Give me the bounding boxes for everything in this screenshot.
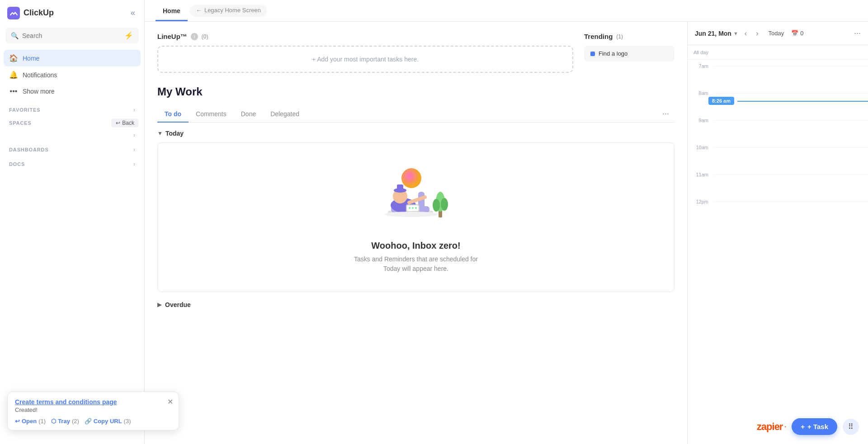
sidebar-section-favorites[interactable]: FAVORITES › <box>0 101 144 116</box>
tab-delegated[interactable]: Delegated <box>263 106 307 123</box>
toast-tray-button[interactable]: ⬡ Tray (2) <box>51 418 79 425</box>
time-line-9am <box>714 120 868 121</box>
inbox-zero-title: Woohoo, Inbox zero! <box>371 241 460 251</box>
bell-icon: 🔔 <box>9 71 18 79</box>
calendar-header: Jun 21, Mon ▼ ‹ › Today 📅 0 ··· <box>688 22 868 45</box>
lineup-count: (0) <box>202 33 208 40</box>
trending-item[interactable]: Find a logo <box>584 46 675 61</box>
svg-rect-0 <box>7 7 20 19</box>
top-tabs: Home ← Legacy Home Screen <box>145 0 868 22</box>
more-icon: ••• <box>9 87 18 95</box>
fab-area: zapier . + + Task ⠿ <box>757 418 859 435</box>
time-line-8am <box>714 93 868 94</box>
today-section: ▼ Today <box>157 130 675 308</box>
toast-close-button[interactable]: ✕ <box>167 397 173 406</box>
calendar-event-count: 📅 0 <box>791 30 803 37</box>
sidebar-section-spaces-row: SPACES ↩ Back <box>0 116 144 130</box>
calendar-chevron-down-icon: ▼ <box>733 31 738 36</box>
main-content: Home ← Legacy Home Screen LineUp™ i (0) … <box>145 0 868 444</box>
overdue-chevron-icon: ▶ <box>157 302 161 308</box>
top-content: LineUp™ i (0) + Add your most important … <box>157 33 675 85</box>
tab-done[interactable]: Done <box>234 106 263 123</box>
my-work-title: My Work <box>157 85 675 98</box>
time-line-11am <box>714 175 868 175</box>
right-panel: Jun 21, Mon ▼ ‹ › Today 📅 0 ··· All day <box>687 22 868 444</box>
my-work-section: My Work To do Comments Done Delegated <box>157 85 675 308</box>
toast-link[interactable]: Create terms and conditions page <box>15 398 117 406</box>
time-label-11am: 11am <box>688 168 714 177</box>
inbox-zero-box: Woohoo, Inbox zero! Tasks and Reminders … <box>157 142 675 292</box>
calendar-today-button[interactable]: Today <box>764 28 788 38</box>
calendar-next-button[interactable]: › <box>753 28 761 38</box>
toast-notification: ✕ Create terms and conditions page Creat… <box>7 392 179 430</box>
work-tabs: To do Comments Done Delegated ··· <box>157 105 675 123</box>
toast-copy-url-button[interactable]: 🔗 Copy URL (3) <box>85 418 131 425</box>
grid-icon: ⠿ <box>848 422 854 431</box>
trending-header: Trending (1) <box>584 33 675 40</box>
svg-point-12 <box>409 207 410 209</box>
time-label-8am: 8am <box>688 87 714 96</box>
calendar-more-button[interactable]: ··· <box>854 28 861 38</box>
now-line <box>737 101 868 102</box>
sidebar-item-notifications[interactable]: 🔔 Notifications <box>4 66 141 83</box>
lineup-title: LineUp™ <box>157 33 187 40</box>
info-icon[interactable]: i <box>191 33 198 40</box>
calendar-date-button[interactable]: Jun 21, Mon ▼ <box>695 30 738 37</box>
tab-home[interactable]: Home <box>156 1 188 21</box>
sidebar-collapse-button[interactable]: « <box>129 6 137 19</box>
chevron-right-icon-spaces: › <box>133 132 135 138</box>
back-arrow-icon: ↩ <box>116 120 120 126</box>
search-input[interactable] <box>22 32 121 39</box>
sidebar-section-docs[interactable]: DOCS › <box>0 156 144 170</box>
work-tabs-more-button[interactable]: ··· <box>657 105 675 122</box>
svg-point-19 <box>384 212 439 217</box>
search-bar[interactable]: 🔍 ⚡ <box>5 28 139 43</box>
time-label-9am: 9am <box>688 114 714 123</box>
now-time-indicator: 8:26 am <box>708 97 734 105</box>
main-scroll: LineUp™ i (0) + Add your most important … <box>145 22 687 444</box>
back-chip-button[interactable]: ↩ Back <box>111 118 139 128</box>
sidebar-item-show-more[interactable]: ••• Show more <box>4 83 141 99</box>
svg-point-18 <box>441 198 448 211</box>
nav-items: 🏠 Home 🔔 Notifications ••• Show more <box>0 48 144 101</box>
sidebar-item-home[interactable]: 🏠 Home <box>4 50 141 66</box>
content-area: LineUp™ i (0) + Add your most important … <box>145 22 868 444</box>
toast-title: Create terms and conditions page <box>15 398 171 406</box>
grid-dots-button[interactable]: ⠿ <box>843 419 859 435</box>
logo-area[interactable]: ClickUp <box>7 7 54 19</box>
clickup-logo-icon <box>7 7 20 19</box>
svg-point-13 <box>412 207 414 209</box>
tray-icon: ⬡ <box>51 418 56 425</box>
calendar-time-row-9am: 9am <box>688 114 868 141</box>
chevron-right-icon-dash: › <box>133 146 135 153</box>
today-header[interactable]: ▼ Today <box>157 130 675 137</box>
toast-open-button[interactable]: ↩ Open (1) <box>15 418 46 425</box>
add-task-button[interactable]: + + Task <box>792 418 837 435</box>
toast-actions: ↩ Open (1) ⬡ Tray (2) 🔗 Copy URL (3) <box>15 418 171 425</box>
sidebar: ClickUp « 🔍 ⚡ 🏠 Home 🔔 Notifications •••… <box>0 0 145 444</box>
plus-icon: + <box>801 423 805 430</box>
calendar-allday-row: All day <box>688 45 868 60</box>
calendar-time-row-7am: 7am <box>688 60 868 87</box>
ai-button[interactable]: ⚡ <box>124 31 133 40</box>
overdue-section[interactable]: ▶ Overdue <box>157 301 675 308</box>
tab-todo[interactable]: To do <box>157 106 189 123</box>
zapier-logo[interactable]: zapier . <box>757 421 786 433</box>
calendar-icon: 📅 <box>791 30 798 37</box>
time-label-12pm: 12pm <box>688 195 714 204</box>
lineup-header: LineUp™ i (0) <box>157 33 573 40</box>
svg-point-1 <box>401 168 421 188</box>
open-icon: ↩ <box>15 418 20 425</box>
link-icon: 🔗 <box>85 418 92 425</box>
calendar-prev-button[interactable]: ‹ <box>742 28 750 38</box>
tab-comments[interactable]: Comments <box>189 106 234 123</box>
chevron-right-icon-docs: › <box>133 161 135 167</box>
tab-legacy-home[interactable]: ← Legacy Home Screen <box>189 5 267 17</box>
sidebar-section-spaces[interactable]: › <box>0 130 144 141</box>
svg-rect-9 <box>397 184 403 191</box>
allday-label: All day <box>688 50 714 55</box>
calendar-body[interactable]: All day 7am 8am 8:26 am <box>688 45 868 444</box>
time-line-12pm <box>714 202 868 202</box>
lineup-add-button[interactable]: + Add your most important tasks here. <box>157 46 573 73</box>
sidebar-section-dashboards[interactable]: DASHBOARDS › <box>0 141 144 156</box>
